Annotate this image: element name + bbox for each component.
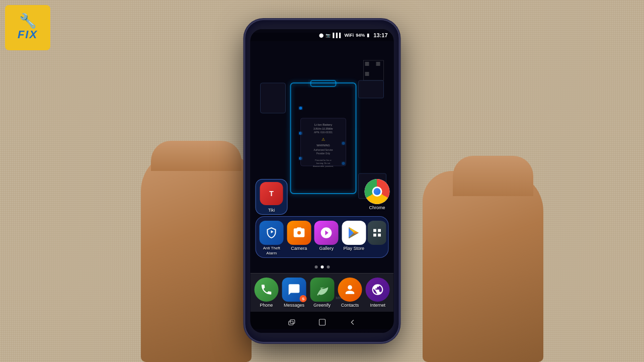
dot-1 [314,265,317,268]
status-time: 13:17 [373,32,387,38]
tiki-app-selected[interactable]: T Tiki [256,179,288,215]
svg-rect-43 [261,83,286,113]
internet-dock-icon [366,278,390,302]
nav-bar [251,312,394,333]
status-bar: ⬤ 📷 ▌▌▌ WiFi 94% ▮ 13:17 [251,29,394,41]
phone-dock-app[interactable]: Phone [253,278,280,308]
contacts-dock-icon [338,278,362,302]
chrome-app[interactable]: Chrome [365,179,390,210]
gallery-label: Gallery [319,246,334,251]
gallery-icon [314,221,339,245]
wifi-icon: WiFi [344,33,354,38]
svg-text:⚠: ⚠ [321,137,325,142]
svg-text:WARNING: WARNING [316,144,330,147]
svg-rect-52 [288,321,293,325]
extra-app[interactable] [368,221,386,255]
contacts-dock-app[interactable]: Contacts [336,278,364,308]
battery-icon: ▮ [367,33,369,38]
greenify-dock-icon [310,278,334,302]
logo-fix-label: FIX [18,28,38,41]
phone-dock-label: Phone [260,303,273,308]
signal-icon: ▌▌▌ [333,33,342,38]
svg-rect-30 [376,62,380,66]
svg-text:Potential for fire or: Potential for fire or [315,159,332,161]
internet-dock-app[interactable]: Internet [364,278,391,308]
back-button[interactable] [347,317,357,327]
svg-rect-44 [359,80,384,98]
left-hand [141,151,252,362]
svg-point-23 [299,107,302,110]
svg-text:disassemble, puncture,: disassemble, puncture, [313,165,334,167]
gallery-app[interactable]: Gallery [313,221,341,255]
home-button[interactable] [317,317,327,327]
chrome-label: Chrome [369,205,385,210]
screen-record-icon: ⬤ [319,33,324,38]
phone-body: Li-Ion Battery 3.8V/m 10.35Whr APN: 616-… [246,20,399,342]
contacts-dock-label: Contacts [341,303,359,308]
camera-app[interactable]: Camera [285,221,313,255]
phone-dock-icon [254,278,278,302]
battery-percent: 94% [356,33,365,38]
svg-text:APN: 616-00301: APN: 616-00301 [314,131,333,134]
internet-dock-label: Internet [370,303,386,308]
chrome-icon [365,179,390,204]
svg-rect-31 [365,72,369,76]
phone-screen: Li-Ion Battery 3.8V/m 10.35Whr APN: 616-… [251,29,394,333]
tiki-icon: T [260,182,283,205]
playstore-label: Play Store [343,246,364,251]
antitheft-icon [260,221,284,245]
dock: Phone S Messages Greenify [251,273,394,312]
messages-dock-app[interactable]: S Messages [280,278,308,308]
camera-icon [287,221,311,245]
extra-icon [368,221,386,245]
svg-text:burning. Do not: burning. Do not [316,162,331,164]
antitheft-app[interactable]: Anti Theft Alarm [258,221,286,255]
app-folder-row: Anti Theft Alarm Camera Gallery [258,221,386,255]
dot-3 [327,265,330,268]
svg-text:Authorized Service: Authorized Service [314,149,333,151]
svg-rect-50 [373,234,376,237]
fix-logo: 🔧 FIX [5,5,50,50]
greenify-dock-label: Greenify [313,303,331,308]
camera-label: Camera [291,246,307,251]
logo-tools-icon: 🔧 [19,14,37,28]
app-folder: Anti Theft Alarm Camera Gallery [256,216,389,258]
messages-dock-label: Messages [284,303,304,308]
tiki-label: Tiki [268,208,275,213]
svg-rect-54 [319,319,325,325]
svg-rect-29 [365,62,369,66]
svg-rect-49 [378,229,381,232]
playstore-icon [342,221,366,245]
dot-2-active [320,265,324,268]
svg-text:3.8V/m 10.35Whr: 3.8V/m 10.35Whr [313,127,333,130]
page-indicator [251,265,394,268]
screenshot-icon: 📷 [326,33,331,38]
greenify-dock-app[interactable]: Greenify [308,278,336,308]
playstore-app[interactable]: Play Store [340,221,368,255]
antitheft-label: Anti Theft Alarm [258,246,286,255]
right-hand [423,171,543,362]
svg-rect-51 [378,234,381,237]
svg-rect-48 [373,229,376,232]
messages-dock-icon: S [282,278,306,302]
recent-apps-button[interactable] [287,317,297,327]
svg-text:Li-Ion Battery: Li-Ion Battery [314,123,333,126]
svg-text:Provider Only: Provider Only [316,152,331,155]
svg-rect-53 [290,320,294,324]
status-icons: ⬤ 📷 ▌▌▌ WiFi 94% ▮ 13:17 [319,32,387,38]
